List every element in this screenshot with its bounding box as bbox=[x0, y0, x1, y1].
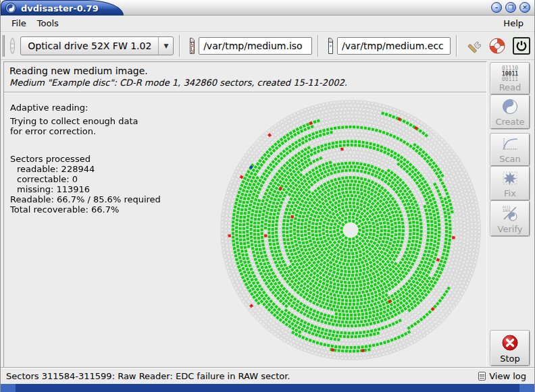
menu-tools[interactable]: Tools bbox=[32, 17, 64, 30]
optical-disc-icon bbox=[10, 38, 15, 54]
fix-button[interactable]: Fix bbox=[490, 167, 530, 200]
svg-text:1001: 1001 bbox=[503, 208, 511, 213]
toolbar: Optical drive 52X FW 1.02 ▼ 011 10011 00… bbox=[1, 32, 534, 60]
view-log-button[interactable]: View log bbox=[476, 370, 529, 382]
iso-path-input[interactable] bbox=[199, 37, 312, 55]
sectors-missing: missing: 113916 bbox=[10, 184, 161, 194]
view-log-label: View log bbox=[489, 371, 526, 381]
log-list-icon bbox=[478, 372, 486, 381]
action-sidebar: 01110 10011 00111 Read Create bbox=[487, 61, 532, 368]
adaptive-reading-heading: Adaptive reading: bbox=[10, 103, 161, 113]
iso-file-icon: 011 10011 00111 bbox=[190, 38, 195, 54]
work-area: Reading new medium image. Medium "Exampl… bbox=[1, 60, 534, 368]
sectors-readable: readable: 228944 bbox=[10, 164, 161, 174]
statusbar: Sectors 311584-311599: Raw Reader: EDC f… bbox=[1, 368, 534, 384]
drive-selector[interactable]: Optical drive 52X FW 1.02 ▼ bbox=[20, 36, 174, 55]
resize-grip-left[interactable] bbox=[1, 384, 16, 392]
toolbar-separator bbox=[317, 35, 319, 57]
medium-info-line: Medium "Example disc": CD-R mode 1, 3428… bbox=[9, 78, 481, 88]
minimize-button[interactable]: – bbox=[491, 2, 502, 13]
dvdisaster-window: dvdisaster-0.79 – ❒ ✕ File Tools Help Op… bbox=[0, 0, 535, 392]
scan-graph-icon bbox=[491, 137, 529, 154]
action-status-line: Reading new medium image. bbox=[9, 65, 481, 76]
maximize-button[interactable]: ❒ bbox=[505, 2, 516, 13]
menu-help[interactable]: Help bbox=[498, 17, 529, 30]
drive-selector-value: Optical drive 52X FW 1.02 bbox=[21, 37, 158, 55]
toolbar-separator bbox=[456, 35, 457, 57]
toolbar-grip[interactable] bbox=[2, 35, 5, 57]
window-title: dvdisaster-0.79 bbox=[21, 3, 99, 13]
reading-content: Adaptive reading: Trying to collect enou… bbox=[4, 93, 486, 367]
verify-compare-icon: 0111 1001 bbox=[491, 204, 529, 224]
read-button[interactable]: 01110 10011 00111 Read bbox=[490, 63, 530, 94]
readable-percentage: Readable: 66.7% / 85.6% required bbox=[10, 194, 161, 204]
quit-power-icon[interactable] bbox=[513, 37, 530, 55]
total-recoverable: Total recoverable: 66.7% bbox=[10, 204, 161, 215]
verify-button[interactable]: 0111 1001 Verify bbox=[490, 201, 530, 236]
yin-yang-logo-icon bbox=[5, 3, 16, 13]
progress-line2: for error correction. bbox=[10, 126, 161, 136]
stop-button[interactable]: Stop bbox=[490, 331, 530, 366]
preferences-wrench-icon[interactable] bbox=[464, 37, 482, 55]
resize-grip-right[interactable] bbox=[519, 384, 534, 392]
window-bottom-frame[interactable] bbox=[1, 384, 534, 392]
titlebar-tab: dvdisaster-0.79 bbox=[1, 0, 124, 16]
ecc-file-yin-yang-icon bbox=[328, 38, 333, 54]
stop-x-icon bbox=[491, 334, 529, 354]
chevron-down-icon[interactable]: ▼ bbox=[158, 37, 173, 55]
yin-yang-create-icon bbox=[491, 99, 529, 117]
help-lifebuoy-icon[interactable] bbox=[488, 37, 506, 55]
menu-file[interactable]: File bbox=[6, 17, 32, 30]
sectors-correctable: correctable: 0 bbox=[10, 174, 161, 184]
ecc-path-input[interactable] bbox=[337, 37, 451, 55]
titlebar[interactable]: dvdisaster-0.79 – ❒ ✕ bbox=[1, 0, 534, 16]
close-button[interactable]: ✕ bbox=[519, 2, 530, 13]
sectors-processed-heading: Sectors processed bbox=[10, 154, 161, 164]
status-message: Sectors 311584-311599: Raw Reader: EDC f… bbox=[6, 371, 476, 381]
fix-splat-icon bbox=[491, 170, 529, 188]
progress-panel: Adaptive reading: Trying to collect enou… bbox=[10, 103, 161, 215]
scan-button[interactable]: Scan bbox=[490, 134, 530, 166]
menubar: File Tools Help bbox=[1, 16, 534, 32]
progress-line1: Trying to collect enough data bbox=[10, 116, 161, 126]
main-panel: Reading new medium image. Medium "Exampl… bbox=[3, 61, 487, 368]
toolbar-separator bbox=[179, 35, 180, 57]
create-button[interactable]: Create bbox=[490, 95, 530, 129]
